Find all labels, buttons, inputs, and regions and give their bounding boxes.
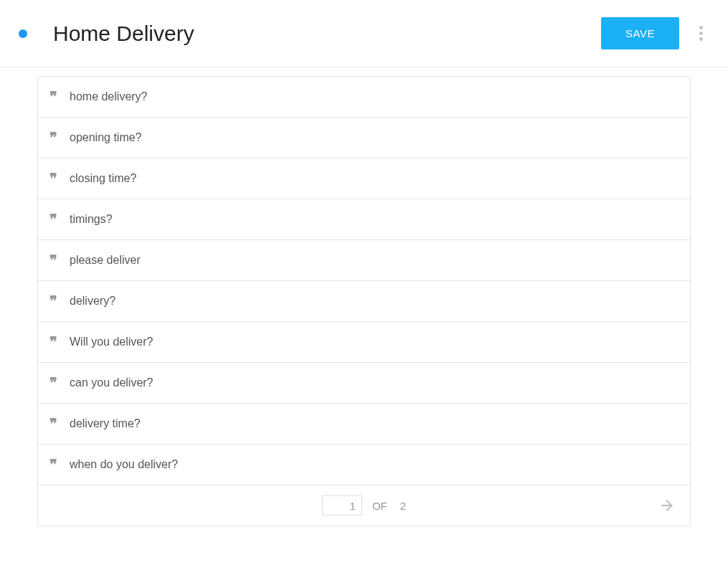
next-page-button[interactable]	[658, 497, 676, 514]
quote-icon: ❞	[49, 457, 55, 472]
item-text: please deliver	[70, 254, 141, 267]
item-text: delivery?	[70, 295, 115, 308]
quote-icon: ❞	[49, 212, 55, 227]
content-area: ❞ home delivery? ❞ opening time? ❞ closi…	[0, 67, 728, 526]
quote-icon: ❞	[49, 294, 55, 308]
list-item[interactable]: ❞ timings?	[38, 199, 690, 240]
list-item[interactable]: ❞ Will you deliver?	[38, 322, 690, 363]
list-item[interactable]: ❞ closing time?	[38, 158, 690, 199]
quote-icon: ❞	[49, 130, 55, 145]
item-text: timings?	[70, 213, 113, 226]
more-menu-button[interactable]	[692, 25, 709, 42]
list-item[interactable]: ❞ please deliver	[38, 240, 690, 281]
item-text: home delivery?	[70, 90, 148, 103]
list-item[interactable]: ❞ delivery time?	[38, 404, 690, 445]
phrase-list: ❞ home delivery? ❞ opening time? ❞ closi…	[37, 76, 691, 526]
quote-icon: ❞	[49, 90, 55, 104]
list-item[interactable]: ❞ opening time?	[38, 118, 690, 158]
pagination-of-label: OF	[372, 500, 387, 512]
page-number-input[interactable]	[322, 495, 362, 516]
more-vertical-icon	[699, 32, 703, 35]
item-text: opening time?	[70, 131, 142, 144]
quote-icon: ❞	[49, 376, 55, 390]
quote-icon: ❞	[49, 335, 55, 349]
list-item[interactable]: ❞ can you deliver?	[38, 363, 690, 404]
quote-icon: ❞	[49, 417, 55, 431]
header: Home Delivery SAVE	[0, 0, 728, 67]
pagination-bar: OF 2	[38, 485, 690, 526]
status-dot-icon	[19, 29, 27, 38]
item-text: closing time?	[70, 172, 136, 185]
page-title: Home Delivery	[53, 22, 601, 46]
quote-icon: ❞	[49, 171, 55, 186]
more-vertical-icon	[699, 26, 703, 29]
arrow-right-icon	[658, 497, 676, 514]
quote-icon: ❞	[49, 253, 55, 267]
list-item[interactable]: ❞ home delivery?	[38, 77, 690, 118]
list-item[interactable]: ❞ delivery?	[38, 281, 690, 322]
item-text: delivery time?	[70, 417, 141, 430]
item-text: when do you deliver?	[70, 458, 178, 471]
list-item[interactable]: ❞ when do you deliver?	[38, 445, 690, 485]
pagination-total: 2	[400, 500, 406, 512]
more-vertical-icon	[699, 37, 703, 41]
save-button[interactable]: SAVE	[601, 17, 679, 49]
item-text: can you deliver?	[70, 376, 153, 389]
item-text: Will you deliver?	[70, 336, 153, 348]
